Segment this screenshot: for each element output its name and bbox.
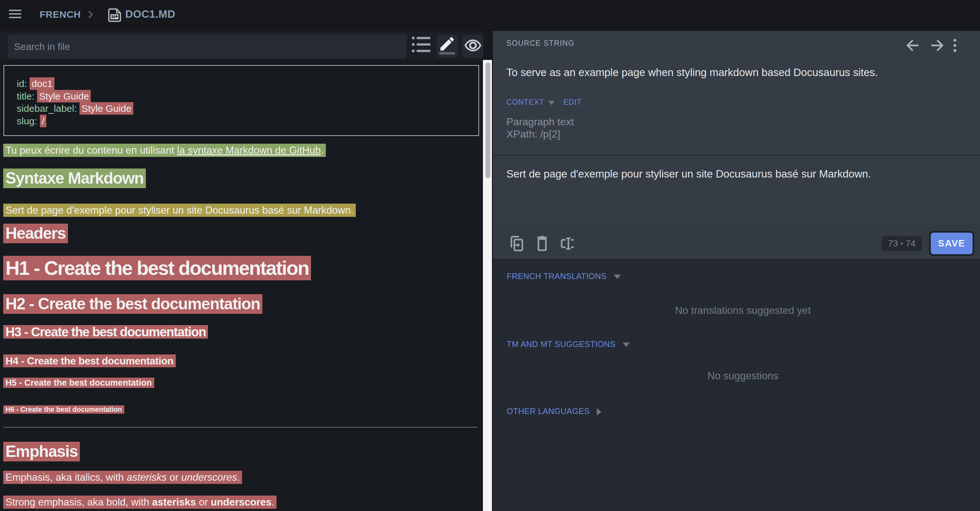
svg-text:M: M	[111, 14, 115, 19]
